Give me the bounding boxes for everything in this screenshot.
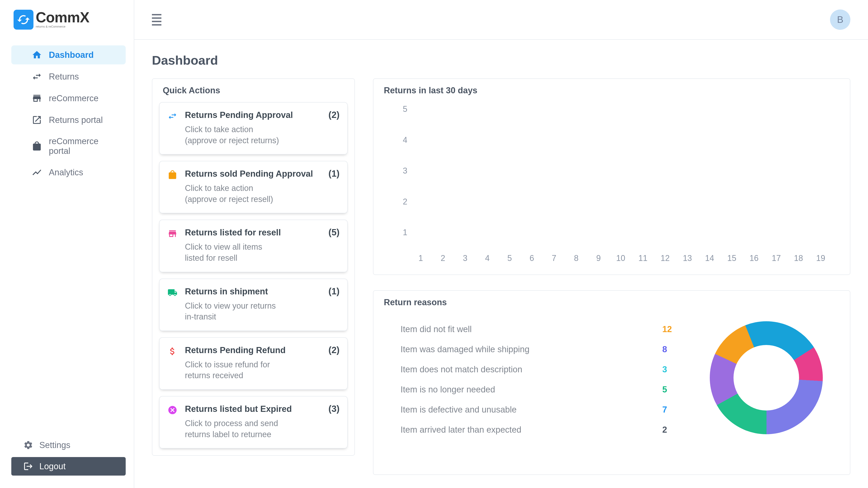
x-tick: 14 xyxy=(699,254,721,263)
x-tick: 10 xyxy=(610,254,632,263)
reason-label: Item does not match description xyxy=(401,365,655,375)
x-tick: 19 xyxy=(810,254,832,263)
sidebar-settings[interactable]: Settings xyxy=(11,436,126,454)
quick-action-listed-resell[interactable]: Returns listed for resell(5)Click to vie… xyxy=(159,220,348,272)
x-tick: 9 xyxy=(587,254,610,263)
sidebar-item-returns-portal[interactable]: Returns portal xyxy=(11,110,126,129)
quick-action-title: Returns sold Pending Approval xyxy=(185,169,324,179)
quick-action-expired[interactable]: Returns listed but Expired(3)Click to pr… xyxy=(159,396,348,449)
y-tick: 4 xyxy=(403,135,407,145)
reason-label: Item did not fit well xyxy=(401,324,655,334)
reason-row: Item is no longer needed5 xyxy=(401,385,687,394)
logo-icon xyxy=(13,10,33,30)
x-tick: 8 xyxy=(565,254,587,263)
logo-text: CommX xyxy=(36,11,89,24)
hamburger-icon[interactable] xyxy=(152,14,161,26)
x-tick: 11 xyxy=(632,254,654,263)
quick-action-in-shipment[interactable]: Returns in shipment(1)Click to view your… xyxy=(159,279,348,331)
quick-action-count: (1) xyxy=(329,168,340,179)
sidebar-item-label: Analytics xyxy=(49,168,83,177)
home-icon xyxy=(32,50,42,60)
x-tick: 7 xyxy=(543,254,565,263)
x-tick: 16 xyxy=(743,254,765,263)
sidebar-item-label: reCommerce xyxy=(49,94,98,103)
sidebar-item-dashboard[interactable]: Dashboard xyxy=(11,45,126,64)
swap-icon xyxy=(167,110,178,146)
reason-value: 12 xyxy=(662,324,687,334)
sidebar-item-returns[interactable]: Returns xyxy=(11,67,126,86)
store-icon xyxy=(167,227,178,263)
quick-action-pending-approval[interactable]: Returns Pending Approval(2)Click to take… xyxy=(159,102,348,155)
reason-label: Item was damaged while shipping xyxy=(401,345,655,354)
sidebar: CommX returns & reCommerce Dashboard Ret… xyxy=(0,0,134,488)
page-title: Dashboard xyxy=(152,53,850,68)
y-tick: 2 xyxy=(403,197,407,206)
sidebar-item-label: Returns portal xyxy=(49,115,103,125)
quick-action-count: (2) xyxy=(329,345,340,355)
y-tick: 1 xyxy=(403,228,407,237)
quick-action-count: (2) xyxy=(329,110,340,120)
main: B Dashboard Quick Actions Returns Pendin… xyxy=(134,0,868,488)
sidebar-logout[interactable]: Logout xyxy=(11,457,126,476)
x-tick: 18 xyxy=(787,254,809,263)
bag-icon xyxy=(167,168,178,205)
reasons-panel: Return reasons Item did not fit well12It… xyxy=(373,290,850,475)
quick-action-title: Returns in shipment xyxy=(185,287,324,296)
x-tick: 1 xyxy=(410,254,432,263)
reasons-donut xyxy=(705,321,827,434)
quick-action-title: Returns Pending Refund xyxy=(185,346,324,355)
dollar-icon xyxy=(167,345,178,381)
reason-row: Item is defective and unusable7 xyxy=(401,405,687,415)
sidebar-nav: Dashboard Returns reCommerce Returns por… xyxy=(0,45,134,185)
reason-row: Item did not fit well12 xyxy=(401,324,687,334)
reason-label: Item is no longer needed xyxy=(401,385,655,394)
x-circle-icon xyxy=(167,404,178,440)
quick-action-title: Returns listed but Expired xyxy=(185,404,324,414)
x-tick: 13 xyxy=(676,254,699,263)
sidebar-item-label: reCommerce portal xyxy=(49,136,119,156)
x-tick: 3 xyxy=(454,254,476,263)
chart-y-axis: 54321 xyxy=(392,104,407,237)
quick-action-subtitle: Click to view all itemslisted for resell xyxy=(185,241,340,263)
quick-action-sold-pending[interactable]: Returns sold Pending Approval(1)Click to… xyxy=(159,161,348,213)
sidebar-item-recommerce-portal[interactable]: reCommerce portal xyxy=(11,132,126,160)
quick-action-subtitle: Click to view your returnsin-transit xyxy=(185,300,340,322)
quick-action-pending-refund[interactable]: Returns Pending Refund(2)Click to issue … xyxy=(159,337,348,390)
quick-action-subtitle: Click to take action(approve or reject r… xyxy=(185,124,340,146)
quick-action-title: Returns listed for resell xyxy=(185,228,324,237)
avatar[interactable]: B xyxy=(830,9,850,30)
truck-icon xyxy=(167,286,178,322)
topbar: B xyxy=(134,0,868,40)
external-link-icon xyxy=(32,115,42,125)
sidebar-item-analytics[interactable]: Analytics xyxy=(11,163,126,182)
analytics-icon xyxy=(32,167,42,177)
logo-tagline: returns & reCommerce xyxy=(36,25,89,28)
quick-action-subtitle: Click to issue refund forreturns receive… xyxy=(185,359,340,381)
bag-icon xyxy=(32,141,42,151)
reason-value: 3 xyxy=(662,365,687,375)
chart-title: Returns in last 30 days xyxy=(373,79,850,102)
quick-actions-title: Quick Actions xyxy=(152,79,354,102)
sidebar-item-label: Settings xyxy=(39,440,70,450)
x-tick: 5 xyxy=(498,254,521,263)
reason-value: 8 xyxy=(662,345,687,354)
quick-actions-panel: Quick Actions Returns Pending Approval(2… xyxy=(152,78,355,456)
x-tick: 4 xyxy=(476,254,498,263)
reason-row: Item arrived later than expected2 xyxy=(401,425,687,435)
x-tick: 6 xyxy=(521,254,543,263)
quick-action-title: Returns Pending Approval xyxy=(185,110,324,120)
logo[interactable]: CommX returns & reCommerce xyxy=(0,10,134,45)
avatar-initial: B xyxy=(837,14,843,25)
reason-row: Item does not match description3 xyxy=(401,365,687,375)
sidebar-item-recommerce[interactable]: reCommerce xyxy=(11,89,126,108)
sidebar-item-label: Logout xyxy=(39,462,66,471)
y-tick: 5 xyxy=(403,104,407,114)
reason-value: 5 xyxy=(662,385,687,394)
swap-icon xyxy=(32,71,42,82)
reason-value: 2 xyxy=(662,425,687,435)
quick-action-count: (3) xyxy=(329,404,340,414)
reason-value: 7 xyxy=(662,405,687,415)
quick-action-subtitle: Click to take action(approve or reject r… xyxy=(185,183,340,205)
gear-icon xyxy=(23,440,33,450)
sidebar-item-label: Returns xyxy=(49,72,79,82)
